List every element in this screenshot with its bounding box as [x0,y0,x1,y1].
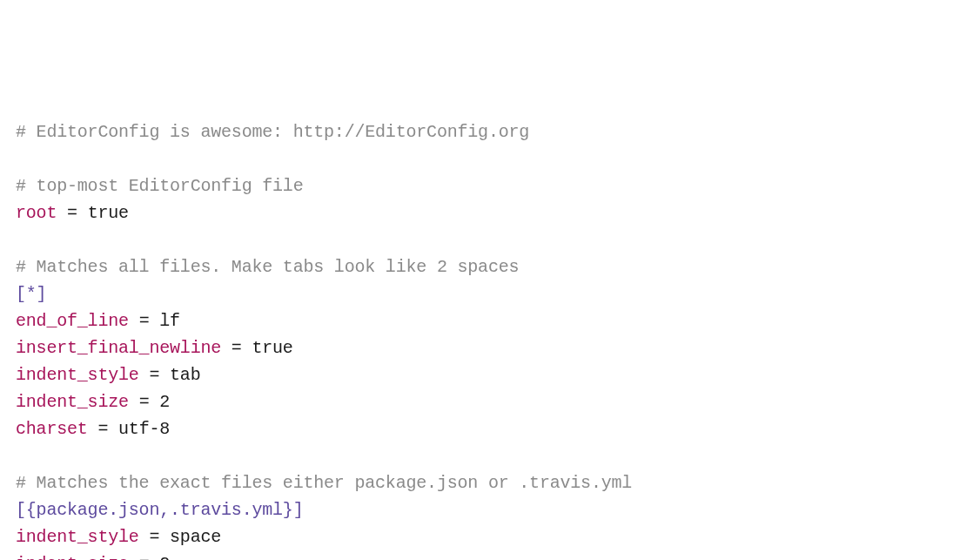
equals-sign: = [129,554,159,560]
config-value: tab [170,365,200,385]
equals-sign: = [129,392,159,412]
section-header: [*] [16,284,46,304]
config-key: charset [16,419,88,439]
equals-sign: = [221,338,252,358]
equals-sign: = [88,419,118,439]
config-value: true [88,203,129,223]
comment-line: # EditorConfig is awesome: http://Editor… [16,122,529,142]
section-header: [{package.json,.travis.yml}] [16,500,303,520]
config-key: indent_size [16,392,129,412]
equals-sign: = [139,527,170,547]
comment-line: # top-most EditorConfig file [16,176,303,196]
comment-line: # Matches all files. Make tabs look like… [16,257,519,277]
config-value: 2 [159,392,170,412]
config-value: true [252,338,292,358]
equals-sign: = [139,365,170,385]
config-key: indent_style [16,365,139,385]
config-value: 2 [159,554,170,560]
equals-sign: = [129,311,159,331]
equals-sign: = [57,203,87,223]
config-key: end_of_line [16,311,129,331]
config-key: insert_final_newline [16,338,221,358]
editorconfig-source: # EditorConfig is awesome: http://Editor… [16,118,964,560]
config-key: indent_size [16,554,129,560]
config-value: lf [159,311,180,331]
config-key: indent_style [16,527,139,547]
comment-line: # Matches the exact files either package… [16,473,632,493]
config-value: space [170,527,221,547]
config-key: root [16,203,57,223]
config-value: utf-8 [118,419,170,439]
